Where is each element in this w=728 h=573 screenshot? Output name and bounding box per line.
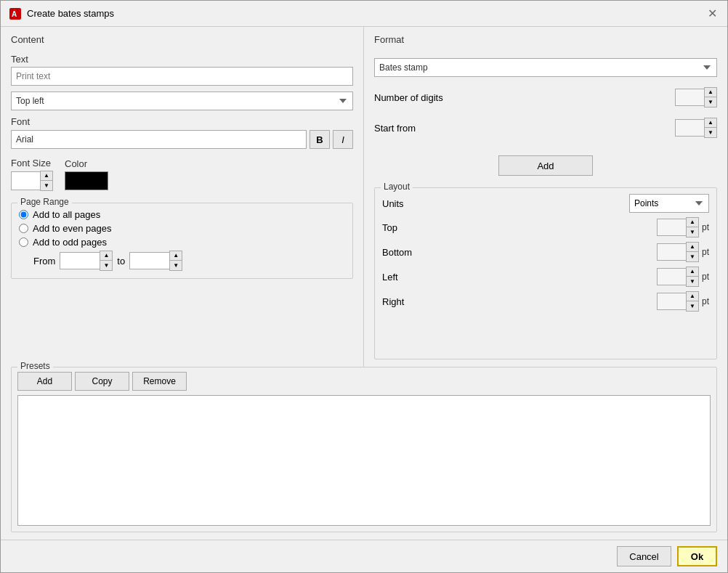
font-size-down[interactable]: ▼ (41, 181, 52, 190)
to-up[interactable]: ▲ (170, 251, 182, 261)
right-pt-label: pt (702, 296, 709, 306)
left-up[interactable]: ▲ (687, 267, 698, 277)
radio-all-pages-input[interactable] (19, 210, 28, 219)
font-label: Font (11, 116, 353, 127)
close-button[interactable]: ✕ (705, 7, 719, 20)
units-label: Units (382, 198, 404, 209)
left-spinner: 0 ▲ ▼ (657, 267, 699, 287)
app-icon: A (9, 8, 21, 20)
digits-down[interactable]: ▼ (705, 97, 716, 107)
color-label: Color (65, 158, 108, 169)
right-spinner-btns: ▲ ▼ (686, 291, 699, 312)
bottom-spinner: 0 ▲ ▼ (657, 242, 699, 262)
digits-label: Number of digits (374, 92, 443, 103)
bottom-spinner-btns: ▲ ▼ (686, 242, 699, 262)
presets-copy-button[interactable]: Copy (75, 372, 129, 391)
startfrom-input[interactable]: 0 (675, 119, 704, 137)
presets-list[interactable] (17, 395, 711, 526)
from-input[interactable]: 1 (60, 252, 100, 269)
radio-even-pages-input[interactable] (19, 224, 28, 233)
radio-odd-pages-input[interactable] (19, 237, 28, 247)
bottom-label: Bottom (382, 247, 412, 258)
presets-btn-row: Add Copy Remove (17, 372, 711, 391)
to-label: to (117, 256, 125, 267)
content-section-label: Content (11, 34, 353, 45)
left-pt-label: pt (702, 272, 709, 282)
page-range-group: Page Range Add to all pages Add to even … (11, 203, 353, 279)
top-down[interactable]: ▼ (687, 227, 698, 237)
dialog-title: Create bates stamps (27, 8, 114, 19)
startfrom-spinner: 0 ▲ ▼ (675, 118, 717, 138)
bottom-up[interactable]: ▲ (687, 243, 698, 252)
from-to-row: From 1 ▲ ▼ to 1 ▲ ▼ (19, 251, 345, 271)
startfrom-up[interactable]: ▲ (705, 118, 716, 128)
left-label: Left (382, 272, 398, 283)
italic-button[interactable]: I (333, 130, 353, 149)
text-input[interactable] (11, 67, 353, 86)
font-name-input[interactable] (11, 130, 307, 149)
format-section-label: Format (374, 34, 717, 45)
top-input[interactable]: 0 (657, 219, 686, 236)
presets-remove-button[interactable]: Remove (132, 372, 187, 391)
top-up[interactable]: ▲ (687, 218, 698, 227)
font-size-up[interactable]: ▲ (41, 171, 52, 181)
font-size-spinner: 10 ▲ ▼ (11, 171, 53, 191)
left-input[interactable]: 0 (657, 268, 686, 285)
dialog-body: Content Text Top left Top center Top rig… (1, 27, 727, 367)
format-add-button[interactable]: Add (498, 155, 593, 176)
right-input[interactable]: 0 (657, 293, 686, 310)
font-group: Font B I (11, 116, 353, 149)
right-up[interactable]: ▲ (687, 292, 698, 301)
digits-input[interactable]: 0 (675, 89, 704, 106)
presets-section: Presets Add Copy Remove (1, 367, 727, 540)
presets-group-title: Presets (17, 361, 53, 371)
radio-all-pages: Add to all pages (19, 209, 345, 220)
svg-text:A: A (12, 10, 17, 18)
units-dropdown[interactable]: Points Inches Millimeters Centimeters (629, 194, 709, 213)
format-dropdown-wrap: Bates stamp Custom (374, 58, 717, 77)
dialog-footer: Cancel Ok (1, 540, 727, 572)
startfrom-row: Start from 0 ▲ ▼ (374, 118, 717, 138)
format-dropdown[interactable]: Bates stamp Custom (374, 58, 717, 77)
right-panel: Format Bates stamp Custom Number of digi… (364, 27, 727, 367)
to-input[interactable]: 1 (129, 252, 169, 269)
left-spinner-btns: ▲ ▼ (686, 267, 699, 287)
top-label: Top (382, 222, 397, 233)
from-down[interactable]: ▼ (100, 261, 112, 270)
startfrom-down[interactable]: ▼ (705, 128, 716, 137)
text-label: Text (11, 54, 353, 65)
startfrom-label: Start from (374, 123, 416, 134)
ok-button[interactable]: Ok (677, 546, 717, 566)
font-size-spinner-btns: ▲ ▼ (40, 171, 53, 191)
position-dropdown[interactable]: Top left Top center Top right Bottom lef… (11, 92, 353, 110)
bottom-right: 0 ▲ ▼ pt (657, 242, 709, 262)
font-size-group: Font Size 10 ▲ ▼ (11, 158, 53, 191)
from-up[interactable]: ▲ (100, 251, 112, 261)
digits-up[interactable]: ▲ (705, 88, 716, 97)
right-label: Right (382, 296, 404, 307)
from-label: From (33, 256, 55, 267)
top-spinner-btns: ▲ ▼ (686, 217, 699, 237)
to-down[interactable]: ▼ (170, 261, 182, 270)
font-size-input[interactable]: 10 (11, 171, 40, 190)
radio-odd-pages: Add to odd pages (19, 237, 345, 248)
from-spinner: 1 ▲ ▼ (60, 251, 113, 271)
radio-even-pages: Add to even pages (19, 223, 345, 234)
bottom-input[interactable]: 0 (657, 243, 686, 261)
color-group: Color (65, 158, 108, 190)
bold-button[interactable]: B (310, 130, 330, 149)
presets-group: Presets Add Copy Remove (11, 367, 717, 532)
top-spinner: 0 ▲ ▼ (657, 217, 699, 237)
units-row: Units Points Inches Millimeters Centimet… (382, 194, 709, 213)
left-panel: Content Text Top left Top center Top rig… (1, 27, 364, 367)
color-swatch[interactable] (65, 171, 108, 190)
cancel-button[interactable]: Cancel (617, 546, 671, 566)
presets-add-button[interactable]: Add (17, 372, 72, 391)
top-row: Top 0 ▲ ▼ pt (382, 217, 709, 237)
add-btn-wrap: Add (374, 150, 717, 176)
bottom-down[interactable]: ▼ (687, 252, 698, 261)
right-down[interactable]: ▼ (687, 301, 698, 311)
radio-all-pages-label: Add to all pages (33, 209, 100, 220)
left-down[interactable]: ▼ (687, 277, 698, 286)
page-range-title: Page Range (17, 197, 72, 207)
